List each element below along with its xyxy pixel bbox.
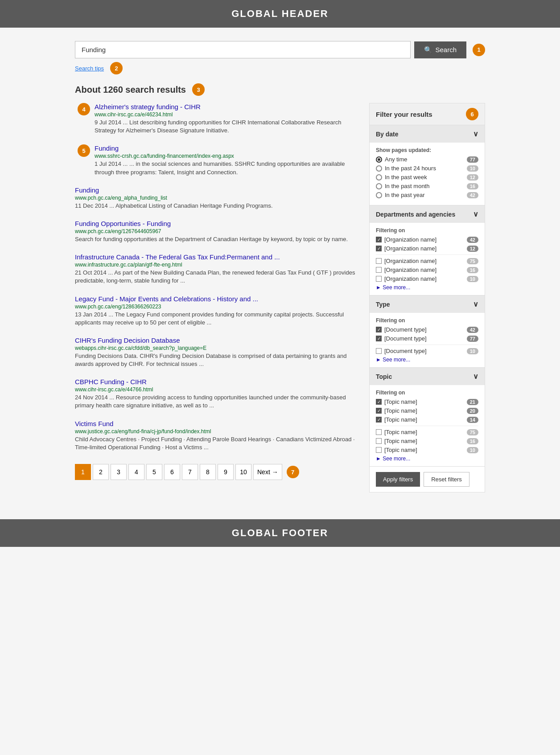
checkbox-box[interactable]: ✓: [376, 408, 382, 414]
filter-item-left: ✓[Document type]: [376, 335, 467, 342]
checkbox-box[interactable]: ✓: [376, 336, 382, 341]
filter-section-label: Departments and agencies: [376, 211, 455, 218]
filter-count-badge: 75: [467, 258, 478, 264]
filter-item[interactable]: ✓[Topic name]14: [376, 416, 478, 423]
filter-actions: Apply filters Reset filters: [370, 467, 485, 492]
filter-item[interactable]: In the past year42: [376, 192, 478, 198]
chevron-down-icon: ∨: [473, 210, 478, 218]
reset-filters-button[interactable]: Reset filters: [424, 472, 469, 487]
result-url: www.cihr-irsc.gc.ca/e/44766.html: [75, 386, 358, 393]
see-more-link-departments[interactable]: ► See more...: [376, 284, 478, 291]
result-snippet: 1 Jul 2014 ... ... in the social science…: [95, 160, 358, 176]
filter-subheading: Filtering on: [376, 317, 478, 324]
search-tips-link[interactable]: Search tips: [75, 65, 104, 72]
checkbox-box[interactable]: ✓: [376, 399, 382, 405]
filter-item[interactable]: [Organization name]16: [376, 267, 478, 273]
see-more-link-type[interactable]: ► See more...: [376, 357, 478, 363]
checkbox-box[interactable]: ✓: [376, 327, 382, 332]
checkbox-box[interactable]: ✓: [376, 417, 382, 423]
filter-count-badge: 16: [467, 267, 478, 273]
filter-item[interactable]: ✓[Document type]77: [376, 335, 478, 342]
checkbox-box[interactable]: [376, 438, 382, 444]
result-link[interactable]: Funding Opportunities - Funding: [75, 220, 171, 227]
checkbox-box[interactable]: ✓: [376, 246, 382, 251]
radio-dot[interactable]: [376, 165, 382, 172]
filter-item[interactable]: [Document type]10: [376, 348, 478, 354]
result-item: 5 Funding www.sshrc-crsh.gc.ca/funding-f…: [95, 144, 358, 176]
filter-option-label: In the past week: [385, 174, 427, 181]
filter-option-label: [Topic name]: [384, 407, 417, 414]
filter-section-header-departments[interactable]: Departments and agencies∨: [370, 205, 485, 223]
radio-dot[interactable]: [376, 174, 382, 181]
radio-dot[interactable]: [376, 183, 382, 189]
checkbox-box[interactable]: ✓: [376, 237, 382, 242]
result-link[interactable]: CBPHC Funding - CIHR: [75, 378, 147, 386]
filter-item[interactable]: [Organization name]10: [376, 275, 478, 282]
checkbox-box[interactable]: [376, 429, 382, 435]
page-button-10[interactable]: 10: [235, 464, 251, 480]
filter-item[interactable]: [Topic name]10: [376, 447, 478, 453]
radio-dot[interactable]: [376, 192, 382, 198]
filter-item[interactable]: ✓[Document type]42: [376, 326, 478, 333]
page-button-8[interactable]: 8: [200, 464, 216, 480]
search-input[interactable]: Funding: [75, 41, 411, 58]
radio-dot[interactable]: [376, 156, 382, 163]
checkbox-box[interactable]: [376, 258, 382, 264]
result-link[interactable]: Infrastructure Canada - The Federal Gas …: [75, 253, 280, 261]
filter-count-badge: 42: [467, 237, 478, 243]
result-link[interactable]: Funding: [95, 144, 119, 152]
filter-section-by-date: By date∨Show pages updated:Any time77In …: [370, 125, 485, 205]
filter-item[interactable]: ✓[Organization name]12: [376, 245, 478, 252]
page-button-7[interactable]: 7: [182, 464, 198, 480]
result-snippet: Child Advocacy Centres · Project Funding…: [75, 435, 358, 451]
see-more-link-topic[interactable]: ► See more...: [376, 455, 478, 462]
filter-item[interactable]: [Topic name]75: [376, 429, 478, 435]
checkbox-box[interactable]: [376, 276, 382, 282]
annotation-6: 6: [466, 108, 478, 120]
result-link[interactable]: CIHR's Funding Decision Database: [75, 336, 180, 344]
filter-option-label: [Organization name]: [384, 245, 436, 252]
checkbox-box[interactable]: [376, 447, 382, 453]
annotation-2: 2: [110, 62, 123, 74]
result-link[interactable]: Alzheimer's strategy funding - CIHR: [95, 103, 201, 111]
apply-filters-button[interactable]: Apply filters: [376, 472, 420, 487]
result-link[interactable]: Funding: [75, 186, 99, 194]
next-page-button[interactable]: Next →: [253, 464, 282, 480]
filter-item[interactable]: [Organization name]75: [376, 258, 478, 264]
filter-section-label: Type: [376, 301, 390, 308]
filter-item[interactable]: [Topic name]16: [376, 438, 478, 444]
page-button-5[interactable]: 5: [146, 464, 162, 480]
checkbox-box[interactable]: [376, 267, 382, 273]
chevron-down-icon: ∨: [473, 300, 478, 308]
page-button-9[interactable]: 9: [218, 464, 234, 480]
search-button[interactable]: 🔍 Search: [414, 41, 466, 58]
filter-count-badge: 12: [467, 174, 478, 181]
filter-item[interactable]: Any time77: [376, 156, 478, 163]
filter-section-header-type[interactable]: Type∨: [370, 295, 485, 313]
filter-item[interactable]: In the past week12: [376, 174, 478, 181]
filter-item[interactable]: In the past 24 hours10: [376, 165, 478, 172]
filter-item-left: [Document type]: [376, 348, 467, 354]
filter-section-header-by-date[interactable]: By date∨: [370, 125, 485, 143]
filter-item[interactable]: In the past month16: [376, 183, 478, 189]
page-button-4[interactable]: 4: [128, 464, 144, 480]
filter-item[interactable]: ✓[Topic name]20: [376, 407, 478, 414]
page-button-2[interactable]: 2: [93, 464, 109, 480]
page-button-6[interactable]: 6: [164, 464, 180, 480]
result-snippet: Funding Decisions Data. CIHR's Funding D…: [75, 352, 358, 368]
result-item: CBPHC Funding - CIHR www.cihr-irsc.gc.ca…: [75, 378, 358, 410]
page-button-1[interactable]: 1: [75, 464, 91, 480]
filter-item[interactable]: ✓[Topic name]21: [376, 398, 478, 405]
filter-item[interactable]: ✓[Organization name]42: [376, 236, 478, 243]
result-url: www.pch.gc.ca/eng/1286366260223: [75, 304, 358, 310]
filter-section-header-topic[interactable]: Topic∨: [370, 368, 485, 385]
filter-section-body-by-date: Show pages updated:Any time77In the past…: [370, 143, 485, 205]
filter-option-label: [Organization name]: [384, 236, 436, 243]
pagination-buttons: 12345678910Next →: [75, 464, 282, 480]
page-button-3[interactable]: 3: [111, 464, 127, 480]
filter-option-label: [Topic name]: [384, 416, 417, 423]
result-link[interactable]: Legacy Fund - Major Events and Celebrati…: [75, 295, 258, 303]
result-link[interactable]: Victims Fund: [75, 420, 113, 427]
pagination: 12345678910Next → 7: [75, 464, 358, 480]
checkbox-box[interactable]: [376, 348, 382, 354]
